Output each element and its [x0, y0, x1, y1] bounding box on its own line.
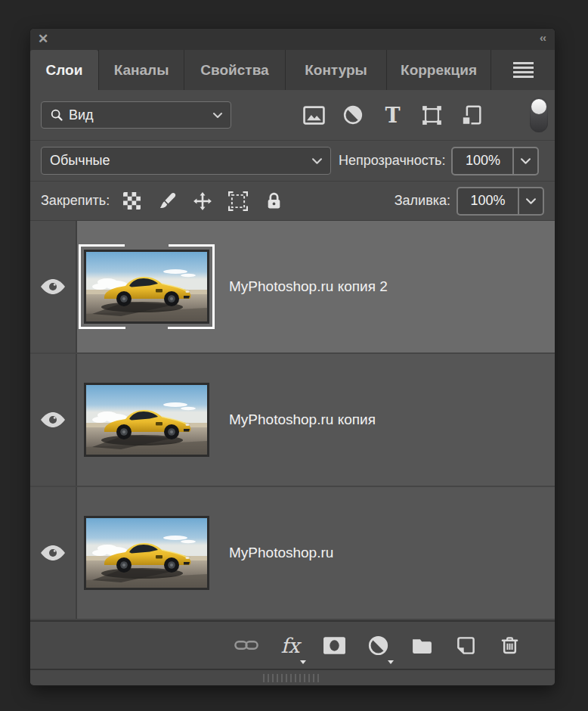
tab-channels[interactable]: Каналы	[98, 50, 184, 90]
delete-layer-trash-icon[interactable]	[497, 633, 521, 657]
new-adjustment-layer-icon[interactable]	[366, 633, 390, 657]
opacity-label: Непрозрачность:	[339, 153, 445, 169]
filter-on-off-toggle[interactable]	[530, 98, 548, 132]
layer-content[interactable]: MyPhotoshop.ru копия 2	[77, 221, 555, 352]
filter-pixel-layers-icon[interactable]	[302, 104, 325, 126]
layer-row[interactable]: MyPhotoshop.ru копия 2	[30, 221, 555, 354]
layer-content[interactable]: MyPhotoshop.ru	[77, 487, 555, 619]
filter-smart-objects-icon[interactable]	[460, 104, 482, 126]
lock-artboard-icon[interactable]	[228, 191, 248, 211]
layer-name[interactable]: MyPhotoshop.ru копия	[229, 411, 376, 428]
search-icon	[50, 108, 63, 122]
layers-toolbar: fx	[30, 620, 555, 669]
filter-row: Вид	[30, 90, 555, 141]
layers-panel: ✕ ‹‹ Слои Каналы Свойства Контуры Коррек…	[30, 29, 555, 685]
collapse-panel-icon[interactable]: ‹‹	[540, 31, 546, 44]
panel-menu-icon[interactable]	[513, 62, 534, 78]
layer-row[interactable]: MyPhotoshop.ru	[30, 487, 555, 620]
car-thumbnail-image	[84, 383, 209, 457]
panel-resize-strip[interactable]	[30, 669, 555, 685]
filter-kind-buttons	[302, 104, 482, 126]
layer-name[interactable]: MyPhotoshop.ru копия 2	[229, 278, 388, 295]
new-group-folder-icon[interactable]	[410, 633, 434, 657]
filter-type-dropdown[interactable]: Вид	[41, 101, 231, 129]
opacity-field[interactable]: 100%	[451, 147, 539, 175]
filter-shape-layers-icon[interactable]	[420, 104, 443, 126]
chevron-down-icon	[213, 113, 222, 118]
filter-type-value: Вид	[69, 107, 94, 123]
layer-row[interactable]: MyPhotoshop.ru копия	[30, 354, 555, 487]
eye-icon[interactable]	[39, 278, 67, 295]
layer-name[interactable]: MyPhotoshop.ru	[229, 545, 333, 561]
fill-value[interactable]: 100%	[458, 188, 518, 214]
layer-thumbnail[interactable]	[84, 516, 209, 590]
tab-paths[interactable]: Контуры	[285, 50, 386, 90]
chevron-down-icon	[521, 158, 531, 164]
car-thumbnail-image	[84, 250, 209, 324]
visibility-column	[30, 354, 77, 486]
tab-adjustments[interactable]: Коррекция	[386, 50, 491, 90]
layer-thumbnail[interactable]	[84, 383, 209, 457]
filter-type-layers-icon[interactable]	[381, 104, 404, 126]
resize-grip-icon[interactable]	[263, 674, 322, 682]
blend-row: Обычные Непрозрачность: 100%	[30, 141, 555, 182]
opacity-value[interactable]: 100%	[453, 148, 512, 174]
layer-style-fx-icon[interactable]: fx	[278, 633, 302, 657]
panel-titlebar[interactable]: ✕ ‹‹	[30, 29, 555, 50]
tab-layers[interactable]: Слои	[30, 50, 98, 90]
car-thumbnail-image	[84, 516, 209, 590]
toggle-knob	[531, 99, 546, 114]
lock-position-move-icon[interactable]	[193, 191, 212, 211]
layer-thumbnail[interactable]	[84, 250, 209, 324]
eye-icon[interactable]	[39, 545, 67, 561]
fill-label: Заливка:	[395, 193, 450, 209]
chevron-down-icon	[312, 158, 322, 164]
fill-dropdown-button[interactable]	[518, 188, 543, 214]
filter-adjustment-layers-icon[interactable]	[342, 104, 364, 126]
layer-content[interactable]: MyPhotoshop.ru копия	[77, 354, 555, 486]
opacity-dropdown-button[interactable]	[512, 148, 537, 174]
visibility-column	[30, 487, 77, 619]
lock-all-icon[interactable]	[264, 191, 283, 211]
panel-menu-zone	[491, 50, 555, 90]
blend-mode-dropdown[interactable]: Обычные	[41, 147, 331, 175]
add-layer-mask-icon[interactable]	[322, 633, 346, 657]
panel-tabs: Слои Каналы Свойства Контуры Коррекция	[30, 50, 555, 90]
blend-mode-value: Обычные	[50, 153, 110, 169]
lock-buttons	[122, 191, 283, 211]
lock-row: Закрепить: Заливка: 100%	[30, 182, 555, 221]
lock-pixels-brush-icon[interactable]	[157, 191, 177, 211]
lock-label: Закрепить:	[41, 193, 110, 209]
tab-properties[interactable]: Свойства	[184, 50, 285, 90]
fill-field[interactable]: 100%	[456, 187, 544, 216]
visibility-column	[30, 221, 77, 352]
eye-icon[interactable]	[39, 411, 67, 428]
new-layer-icon[interactable]	[453, 633, 478, 657]
layers-list: MyPhotoshop.ru копия 2 MyPhotoshop.ru ко…	[30, 221, 555, 620]
close-icon[interactable]: ✕	[38, 32, 48, 47]
fx-text: fx	[280, 635, 299, 656]
chevron-down-icon	[526, 198, 536, 204]
link-layers-icon[interactable]	[234, 633, 258, 657]
lock-transparency-icon[interactable]	[122, 191, 141, 211]
